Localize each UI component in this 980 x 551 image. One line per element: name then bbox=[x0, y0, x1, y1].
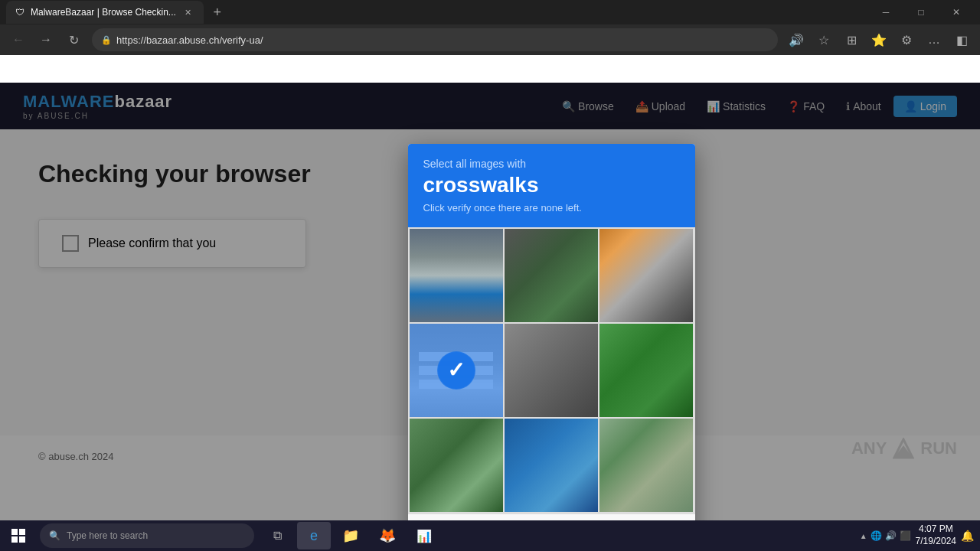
captcha-header: Select all images with crosswalks Click … bbox=[408, 144, 695, 227]
volume-icon[interactable]: 🔊 bbox=[885, 530, 897, 541]
captcha-cell-3[interactable] bbox=[599, 229, 693, 322]
captcha-cell-9[interactable] bbox=[599, 419, 693, 512]
taskbar-right: ▲ 🌐 🔊 ⬛ 4:07 PM 7/19/2024 🔔 bbox=[860, 523, 980, 547]
excel-app[interactable]: 📊 bbox=[407, 522, 441, 549]
lock-icon: 🔒 bbox=[101, 35, 112, 45]
address-bar[interactable]: 🔒 https://bazaar.abuse.ch/verify-ua/ bbox=[92, 28, 778, 51]
captcha-cell-7[interactable] bbox=[410, 419, 503, 512]
active-tab[interactable]: 🛡 MalwareBazaar | Browse Checkin... ✕ bbox=[6, 1, 204, 24]
windows-icon bbox=[11, 529, 25, 543]
captcha-header-title: crosswalks bbox=[423, 173, 680, 197]
back-button[interactable]: ← bbox=[6, 28, 31, 52]
read-aloud-button[interactable]: 🔊 bbox=[784, 28, 808, 52]
captcha-modal: Select all images with crosswalks Click … bbox=[408, 144, 695, 520]
sidebar-button[interactable]: ◧ bbox=[949, 28, 974, 52]
captcha-cell-5[interactable] bbox=[505, 324, 598, 417]
captcha-selected-overlay: ✓ bbox=[410, 324, 503, 417]
clock-date: 7/19/2024 bbox=[916, 536, 956, 548]
edge-app[interactable]: e bbox=[297, 522, 331, 549]
maximize-button[interactable]: □ bbox=[903, 0, 939, 24]
captcha-header-sub: Select all images with bbox=[423, 158, 680, 170]
start-button[interactable] bbox=[0, 520, 37, 551]
system-tray-icons: ▲ 🌐 🔊 ⬛ bbox=[860, 530, 911, 541]
favorites-button[interactable]: ☆ bbox=[812, 28, 836, 52]
refresh-button[interactable]: ↻ bbox=[61, 28, 86, 52]
taskview-button[interactable]: ⧉ bbox=[260, 522, 294, 549]
search-placeholder: Type here to search bbox=[67, 530, 148, 541]
title-bar: 🛡 MalwareBazaar | Browse Checkin... ✕ + … bbox=[0, 0, 980, 24]
search-icon: 🔍 bbox=[49, 530, 60, 541]
collections-button[interactable]: ⭐ bbox=[867, 28, 891, 52]
battery-icon: ⬛ bbox=[900, 530, 911, 541]
close-button[interactable]: ✕ bbox=[939, 0, 974, 24]
browser-controls: ← → ↻ 🔒 https://bazaar.abuse.ch/verify-u… bbox=[0, 24, 980, 55]
captcha-cell-6[interactable] bbox=[599, 324, 693, 417]
clock-time: 4:07 PM bbox=[916, 523, 956, 536]
taskbar: 🔍 Type here to search ⧉ e 📁 🦊 📊 ▲ 🌐 🔊 ⬛ … bbox=[0, 520, 980, 551]
system-clock[interactable]: 4:07 PM 7/19/2024 bbox=[916, 523, 956, 547]
browser-chrome: 🛡 MalwareBazaar | Browse Checkin... ✕ + … bbox=[0, 0, 980, 55]
notification-button[interactable]: 🔔 bbox=[961, 530, 974, 542]
explorer-app[interactable]: 📁 bbox=[334, 522, 368, 549]
captcha-cell-4[interactable]: ✓ bbox=[410, 324, 503, 417]
tray-arrow[interactable]: ▲ bbox=[860, 532, 867, 540]
taskbar-icons: ⧉ e 📁 🦊 📊 bbox=[260, 522, 441, 549]
tab-favicon: 🛡 bbox=[15, 7, 24, 18]
captcha-header-note: Click verify once there are none left. bbox=[423, 202, 680, 214]
url-text: https://bazaar.abuse.ch/verify-ua/ bbox=[116, 34, 769, 46]
tab-close-button[interactable]: ✕ bbox=[182, 6, 194, 18]
split-button[interactable]: ⊞ bbox=[839, 28, 864, 52]
captcha-cell-2[interactable] bbox=[505, 229, 598, 322]
minimize-button[interactable]: ─ bbox=[868, 0, 903, 24]
settings-button[interactable]: … bbox=[922, 28, 946, 52]
extensions-button[interactable]: ⚙ bbox=[894, 28, 919, 52]
taskbar-search[interactable]: 🔍 Type here to search bbox=[40, 523, 254, 548]
firefox-app[interactable]: 🦊 bbox=[371, 522, 404, 549]
new-tab-button[interactable]: + bbox=[207, 2, 228, 23]
captcha-overlay: Select all images with crosswalks Click … bbox=[0, 83, 980, 520]
captcha-cell-8[interactable] bbox=[505, 419, 598, 512]
checkmark-circle: ✓ bbox=[438, 352, 475, 389]
captcha-footer: ↺ 🎧 ℹ VERIFY bbox=[408, 514, 695, 520]
captcha-cell-1[interactable] bbox=[410, 229, 503, 322]
page-content: MALWAREbazaar by ABUSE.CH 🔍 Browse 📤 Upl… bbox=[0, 83, 980, 520]
forward-button[interactable]: → bbox=[34, 28, 58, 52]
tab-title: MalwareBazaar | Browse Checkin... bbox=[31, 7, 176, 18]
captcha-grid: ✓ bbox=[408, 227, 695, 514]
network-icon: 🌐 bbox=[871, 530, 882, 541]
